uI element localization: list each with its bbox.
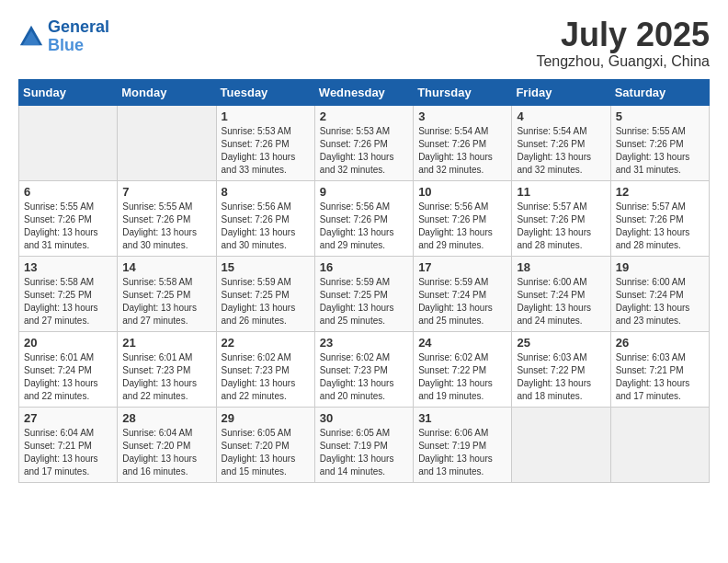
day-detail: Sunrise: 5:54 AM Sunset: 7:26 PM Dayligh… xyxy=(517,125,605,177)
day-number: 22 xyxy=(222,336,310,350)
calendar-cell: 21Sunrise: 6:01 AM Sunset: 7:23 PM Dayli… xyxy=(118,332,216,408)
day-detail: Sunrise: 5:56 AM Sunset: 7:26 PM Dayligh… xyxy=(222,201,310,252)
calendar-cell: 6Sunrise: 5:55 AM Sunset: 7:26 PM Daylig… xyxy=(19,181,118,257)
day-detail: Sunrise: 5:59 AM Sunset: 7:25 PM Dayligh… xyxy=(320,276,408,327)
location-title: Tengzhou, Guangxi, China xyxy=(536,53,710,70)
day-detail: Sunrise: 6:05 AM Sunset: 7:19 PM Dayligh… xyxy=(320,427,408,478)
calendar-cell: 5Sunrise: 5:55 AM Sunset: 7:26 PM Daylig… xyxy=(610,106,709,181)
day-detail: Sunrise: 5:56 AM Sunset: 7:26 PM Dayligh… xyxy=(320,201,408,252)
day-number: 15 xyxy=(222,260,310,274)
calendar-cell xyxy=(19,106,118,181)
day-number: 17 xyxy=(418,260,506,274)
calendar-week-row: 27Sunrise: 6:04 AM Sunset: 7:21 PM Dayli… xyxy=(19,408,710,483)
day-number: 19 xyxy=(616,260,704,274)
day-number: 25 xyxy=(517,336,605,350)
day-detail: Sunrise: 6:02 AM Sunset: 7:22 PM Dayligh… xyxy=(418,351,506,403)
calendar-cell: 28Sunrise: 6:04 AM Sunset: 7:20 PM Dayli… xyxy=(118,408,216,483)
day-detail: Sunrise: 6:03 AM Sunset: 7:22 PM Dayligh… xyxy=(517,351,605,403)
day-number: 9 xyxy=(320,185,408,199)
calendar-cell xyxy=(512,408,610,483)
day-detail: Sunrise: 5:58 AM Sunset: 7:25 PM Dayligh… xyxy=(24,276,112,327)
calendar-cell: 9Sunrise: 5:56 AM Sunset: 7:26 PM Daylig… xyxy=(314,181,413,257)
calendar-cell: 2Sunrise: 5:53 AM Sunset: 7:26 PM Daylig… xyxy=(314,106,413,181)
day-number: 31 xyxy=(418,411,506,425)
day-number: 30 xyxy=(320,411,408,425)
calendar-cell: 1Sunrise: 5:53 AM Sunset: 7:26 PM Daylig… xyxy=(216,106,314,181)
calendar-cell: 3Sunrise: 5:54 AM Sunset: 7:26 PM Daylig… xyxy=(414,106,512,181)
calendar-cell: 14Sunrise: 5:58 AM Sunset: 7:25 PM Dayli… xyxy=(118,257,216,332)
day-number: 28 xyxy=(122,411,210,425)
day-number: 5 xyxy=(616,109,704,123)
day-number: 8 xyxy=(222,185,310,199)
calendar-cell: 24Sunrise: 6:02 AM Sunset: 7:22 PM Dayli… xyxy=(414,332,512,408)
calendar-body: 1Sunrise: 5:53 AM Sunset: 7:26 PM Daylig… xyxy=(19,106,710,483)
day-detail: Sunrise: 6:00 AM Sunset: 7:24 PM Dayligh… xyxy=(616,276,704,327)
day-number: 10 xyxy=(418,185,506,199)
day-detail: Sunrise: 5:56 AM Sunset: 7:26 PM Dayligh… xyxy=(418,201,506,252)
day-number: 24 xyxy=(418,336,506,350)
day-detail: Sunrise: 6:02 AM Sunset: 7:23 PM Dayligh… xyxy=(320,351,408,403)
calendar-cell: 15Sunrise: 5:59 AM Sunset: 7:25 PM Dayli… xyxy=(216,257,314,332)
day-detail: Sunrise: 5:55 AM Sunset: 7:26 PM Dayligh… xyxy=(24,201,112,252)
calendar-cell: 23Sunrise: 6:02 AM Sunset: 7:23 PM Dayli… xyxy=(314,332,413,408)
day-number: 18 xyxy=(517,260,605,274)
logo-icon xyxy=(18,24,44,50)
title-block: July 2025 Tengzhou, Guangxi, China xyxy=(536,18,710,70)
calendar-cell xyxy=(610,408,709,483)
day-number: 13 xyxy=(24,260,112,274)
calendar-cell: 17Sunrise: 5:59 AM Sunset: 7:24 PM Dayli… xyxy=(414,257,512,332)
day-detail: Sunrise: 6:02 AM Sunset: 7:23 PM Dayligh… xyxy=(222,351,310,403)
day-number: 23 xyxy=(320,336,408,350)
logo: GeneralBlue xyxy=(18,18,109,55)
calendar-cell: 7Sunrise: 5:55 AM Sunset: 7:26 PM Daylig… xyxy=(118,181,216,257)
calendar-cell: 11Sunrise: 5:57 AM Sunset: 7:26 PM Dayli… xyxy=(512,181,610,257)
calendar-cell xyxy=(118,106,216,181)
day-number: 1 xyxy=(222,109,310,123)
calendar-cell: 16Sunrise: 5:59 AM Sunset: 7:25 PM Dayli… xyxy=(314,257,413,332)
calendar-cell: 27Sunrise: 6:04 AM Sunset: 7:21 PM Dayli… xyxy=(19,408,118,483)
day-detail: Sunrise: 5:58 AM Sunset: 7:25 PM Dayligh… xyxy=(122,276,210,327)
weekday-header-row: SundayMondayTuesdayWednesdayThursdayFrid… xyxy=(19,80,710,106)
calendar-cell: 12Sunrise: 5:57 AM Sunset: 7:26 PM Dayli… xyxy=(610,181,709,257)
day-number: 12 xyxy=(616,185,704,199)
calendar-cell: 29Sunrise: 6:05 AM Sunset: 7:20 PM Dayli… xyxy=(216,408,314,483)
day-detail: Sunrise: 5:55 AM Sunset: 7:26 PM Dayligh… xyxy=(616,125,704,177)
weekday-header: Thursday xyxy=(414,80,512,106)
weekday-header: Wednesday xyxy=(314,80,413,106)
weekday-header: Friday xyxy=(512,80,610,106)
day-detail: Sunrise: 6:04 AM Sunset: 7:21 PM Dayligh… xyxy=(24,427,112,478)
day-number: 27 xyxy=(24,411,112,425)
day-detail: Sunrise: 5:59 AM Sunset: 7:25 PM Dayligh… xyxy=(222,276,310,327)
weekday-header: Monday xyxy=(118,80,216,106)
day-detail: Sunrise: 6:00 AM Sunset: 7:24 PM Dayligh… xyxy=(517,276,605,327)
calendar-cell: 19Sunrise: 6:00 AM Sunset: 7:24 PM Dayli… xyxy=(610,257,709,332)
calendar-week-row: 1Sunrise: 5:53 AM Sunset: 7:26 PM Daylig… xyxy=(19,106,710,181)
day-number: 21 xyxy=(122,336,210,350)
day-number: 6 xyxy=(24,185,112,199)
calendar-week-row: 13Sunrise: 5:58 AM Sunset: 7:25 PM Dayli… xyxy=(19,257,710,332)
calendar-cell: 13Sunrise: 5:58 AM Sunset: 7:25 PM Dayli… xyxy=(19,257,118,332)
day-detail: Sunrise: 6:05 AM Sunset: 7:20 PM Dayligh… xyxy=(222,427,310,478)
day-detail: Sunrise: 5:54 AM Sunset: 7:26 PM Dayligh… xyxy=(418,125,506,177)
day-detail: Sunrise: 5:57 AM Sunset: 7:26 PM Dayligh… xyxy=(517,201,605,252)
day-number: 4 xyxy=(517,109,605,123)
calendar-cell: 18Sunrise: 6:00 AM Sunset: 7:24 PM Dayli… xyxy=(512,257,610,332)
weekday-header: Saturday xyxy=(610,80,709,106)
day-detail: Sunrise: 5:53 AM Sunset: 7:26 PM Dayligh… xyxy=(320,125,408,177)
calendar-cell: 26Sunrise: 6:03 AM Sunset: 7:21 PM Dayli… xyxy=(610,332,709,408)
day-detail: Sunrise: 5:59 AM Sunset: 7:24 PM Dayligh… xyxy=(418,276,506,327)
calendar-table: SundayMondayTuesdayWednesdayThursdayFrid… xyxy=(18,79,710,483)
logo-text: GeneralBlue xyxy=(48,18,109,55)
day-detail: Sunrise: 6:06 AM Sunset: 7:19 PM Dayligh… xyxy=(418,427,506,478)
day-number: 7 xyxy=(122,185,210,199)
day-number: 11 xyxy=(517,185,605,199)
day-number: 26 xyxy=(616,336,704,350)
day-number: 2 xyxy=(320,109,408,123)
calendar-cell: 31Sunrise: 6:06 AM Sunset: 7:19 PM Dayli… xyxy=(414,408,512,483)
day-detail: Sunrise: 5:57 AM Sunset: 7:26 PM Dayligh… xyxy=(616,201,704,252)
day-detail: Sunrise: 5:55 AM Sunset: 7:26 PM Dayligh… xyxy=(122,201,210,252)
calendar-cell: 30Sunrise: 6:05 AM Sunset: 7:19 PM Dayli… xyxy=(314,408,413,483)
day-detail: Sunrise: 6:03 AM Sunset: 7:21 PM Dayligh… xyxy=(616,351,704,403)
weekday-header: Tuesday xyxy=(216,80,314,106)
month-title: July 2025 xyxy=(536,18,710,52)
